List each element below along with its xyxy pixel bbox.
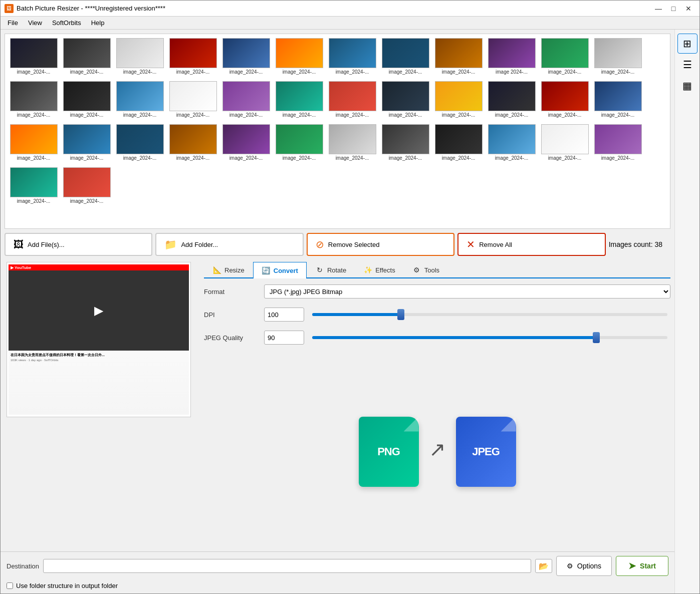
thumbnail-label: image_2024-... (283, 155, 316, 161)
thumbnail-label: image_2024-... (176, 112, 210, 118)
thumbnail-image (169, 81, 217, 111)
thumbnail-label: image_2024-... (495, 112, 529, 118)
menu-file[interactable]: File (3, 18, 23, 28)
thumbnail-label: image_2024-... (442, 69, 476, 75)
thumbnail-image (10, 81, 58, 111)
list-item[interactable]: image_2024-... (115, 38, 165, 78)
list-item[interactable]: image_2024-... (62, 167, 112, 207)
list-item[interactable]: image_2024-... (274, 81, 324, 121)
list-item[interactable]: image_2024-... (115, 81, 165, 121)
tab-effects[interactable]: ✨ Effects (355, 262, 404, 277)
list-item[interactable]: image_2024-... (62, 124, 112, 164)
format-select[interactable]: JPG (*.jpg) JPEG Bitmap PNG (*.png) Port… (264, 284, 670, 299)
list-item[interactable]: image_2024-... (540, 124, 590, 164)
thumbnail-label: image_2024-... (336, 69, 369, 75)
menu-help[interactable]: Help (86, 18, 110, 28)
list-view-button[interactable]: ☰ (677, 55, 697, 75)
thumbnail-label: image_2024-... (548, 69, 582, 75)
list-item[interactable]: image_2024-... (433, 124, 484, 164)
dpi-slider-thumb[interactable] (397, 309, 404, 320)
start-button[interactable]: ➤ Start (616, 556, 668, 576)
list-item[interactable]: image_2024-... (274, 124, 324, 164)
folder-structure-checkbox[interactable] (7, 582, 13, 589)
remove-all-button[interactable]: ✕ Remove All (457, 233, 605, 256)
thumbnail-image (63, 38, 111, 68)
tab-convert[interactable]: 🔄 Convert (253, 262, 307, 278)
list-item[interactable]: image_2024-... (433, 38, 484, 78)
destination-label: Destination (7, 562, 39, 570)
tab-effects-label: Effects (375, 266, 395, 274)
thumbnail-image (276, 124, 323, 154)
tab-resize[interactable]: 📐 Resize (204, 262, 253, 277)
maximize-button[interactable]: □ (666, 3, 680, 14)
options-label: Options (577, 562, 601, 570)
list-item[interactable]: image_2024-... (487, 124, 537, 164)
thumbnail-label: image_2024-... (389, 69, 422, 75)
list-item[interactable]: image_2024-... (221, 38, 271, 78)
tab-rotate[interactable]: ↻ Rotate (307, 262, 355, 277)
close-button[interactable]: ✕ (681, 3, 695, 14)
list-item[interactable]: image_2024-... (327, 124, 377, 164)
app-icon: 🖼 (5, 4, 14, 13)
menu-softorbits[interactable]: SoftOrbits (47, 18, 86, 28)
list-item[interactable]: image_2024-... (274, 38, 324, 78)
thumbnail-label: image_2024-... (17, 112, 51, 118)
remove-selected-label: Remove Selected (328, 241, 380, 248)
add-files-button[interactable]: 🖼 Add File(s)... (5, 233, 152, 256)
thumbnail-label: image_2024-... (17, 198, 51, 204)
tab-tools[interactable]: ⚙ Tools (404, 262, 448, 277)
thumbnail-image (594, 124, 642, 154)
remove-selected-icon: ⊘ (316, 238, 324, 250)
thumbnails-view-button[interactable]: ⊞ (677, 34, 697, 54)
list-item[interactable]: image_2024-... (593, 124, 643, 164)
list-item[interactable]: image_2024-... (62, 38, 112, 78)
list-item[interactable]: image_2024-... (380, 124, 430, 164)
details-view-button[interactable]: ▦ (677, 76, 697, 96)
options-gear-icon: ⚙ (567, 562, 573, 570)
options-button[interactable]: ⚙ Options (556, 556, 612, 576)
thumbnail-image (329, 38, 376, 68)
list-item[interactable]: image_2024-... (115, 124, 165, 164)
list-item[interactable]: image_2024-... (593, 38, 643, 78)
list-item[interactable]: image_2024-... (168, 124, 218, 164)
list-item[interactable]: image 2024-... (487, 38, 537, 78)
tab-tools-label: Tools (424, 266, 439, 274)
list-item[interactable]: image_2024-... (221, 124, 271, 164)
list-item[interactable]: image_2024-... (9, 38, 59, 78)
folder-browse-button[interactable]: 📂 (535, 559, 552, 573)
dpi-input[interactable] (264, 308, 304, 322)
list-item[interactable]: image_2024-... (168, 81, 218, 121)
dpi-slider-fill (312, 313, 401, 316)
list-item[interactable]: image_2024-... (168, 38, 218, 78)
list-item[interactable]: image_2024-... (221, 81, 271, 121)
image-grid[interactable]: image_2024-...image_2024-...image_2024-.… (5, 34, 670, 229)
list-item[interactable]: image_2024-... (9, 167, 59, 207)
jpeg-quality-slider-thumb[interactable] (593, 332, 600, 343)
thumbnail-image (329, 124, 376, 154)
folder-structure-label[interactable]: Use folder structure in output folder (16, 582, 118, 589)
list-item[interactable]: image_2024-... (327, 81, 377, 121)
thumbnail-label: image_2024-... (17, 69, 51, 75)
list-item[interactable]: image_2024-... (540, 38, 590, 78)
remove-selected-button[interactable]: ⊘ Remove Selected (307, 233, 454, 256)
list-item[interactable]: image_2024-... (62, 81, 112, 121)
list-item[interactable]: image_2024-... (327, 38, 377, 78)
tab-convert-label: Convert (274, 267, 298, 274)
list-item[interactable]: image_2024-... (9, 81, 59, 121)
minimize-button[interactable]: — (651, 3, 665, 14)
thumbnail-label: image_2024-... (601, 112, 635, 118)
list-item[interactable]: image_2024-... (380, 81, 430, 121)
jpeg-quality-input[interactable] (264, 331, 304, 345)
list-item[interactable]: image_2024-... (380, 38, 430, 78)
thumbnail-image (276, 81, 323, 111)
list-item[interactable]: image_2024-... (593, 81, 643, 121)
add-files-label: Add File(s)... (28, 241, 65, 248)
list-item[interactable]: image_2024-... (540, 81, 590, 121)
menu-view[interactable]: View (23, 18, 47, 28)
list-item[interactable]: image_2024-... (487, 81, 537, 121)
list-item[interactable]: image_2024-... (9, 124, 59, 164)
bottom-bar: Destination 📂 ⚙ Options ➤ Start (1, 551, 674, 580)
list-item[interactable]: image_2024-... (433, 81, 484, 121)
destination-input[interactable] (43, 559, 531, 573)
add-folder-button[interactable]: 📁 Add Folder... (155, 233, 303, 256)
